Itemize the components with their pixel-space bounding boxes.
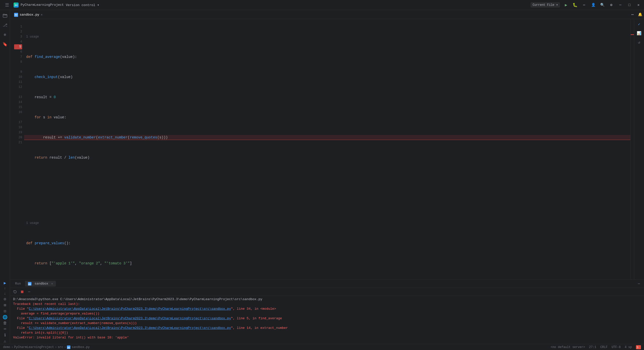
line-num-usage4 [14,115,22,120]
console-line-call1: average = find_average(prepare_values()) [13,311,641,316]
line-num-19: 19 [14,130,22,135]
status-position[interactable]: 27:1 [589,345,596,349]
sidebar-layers-icon[interactable]: ⊞ [1,303,10,308]
run-button[interactable]: ▶ [563,2,569,8]
line-num-6: 6 [14,49,22,54]
right-gutter [630,19,634,279]
more-options-icon[interactable]: ⋯ [581,2,587,8]
sidebar-item-plugins[interactable]: ⊕ [1,30,10,39]
status-indent[interactable]: 4 sp [625,345,632,349]
bottom-toolbar: ⋯ [10,288,644,296]
code-line-2: check_input(value) [24,75,630,80]
status-encoding[interactable]: UTF-8 [612,345,621,349]
code-line-10: return ["'apple 1'", "orange 2", "'tomat… [24,261,630,266]
breadcrumb-project[interactable]: PyCharmLearningProject [14,345,54,349]
sidebar-trash-icon[interactable]: 🗑 [1,321,10,326]
console-line-call2: result += validate_number(extract_number… [13,321,641,326]
line-num-10: 10 [14,75,22,80]
sandbox-tab-close-icon[interactable]: ✕ [51,282,53,285]
search-everywhere-icon[interactable]: 🔍 [599,2,605,8]
bottom-tabs: Run py sandbox ✕ ⋯ [10,280,644,288]
breadcrumb-demo[interactable]: demo [3,345,10,349]
console-output: D:\Anaconda3\python.exe C:\Users\Adminis… [10,296,644,350]
bottom-tab-run[interactable]: Run [12,281,24,287]
line-num-3: 3 [14,34,22,39]
sidebar-run-icon[interactable]: ▶ [1,281,10,286]
sidebar-terminal2-icon[interactable]: ⌨ [1,327,10,332]
sidebar-item-bookmarks[interactable]: 🔖 [1,40,10,49]
svg-text:S: S [637,346,638,349]
run-tab-label: Run [15,282,21,286]
traceback-link-1[interactable]: C:\Users\Administrator\AppData\Local\Jet… [29,307,231,311]
editor-tab-sandbox[interactable]: py sandbox.py ✕ [11,10,46,19]
line-num-14: 14 [14,100,22,105]
console-line-file2: File "C:\Users\Administrator\AppData\Loc… [13,316,641,321]
code-editor[interactable]: 1 usage def find_average(value): check_i… [24,19,630,279]
titlebar: ☰ PC PyCharmLearningProject Version cont… [0,0,644,10]
account-icon[interactable]: 👤 [590,2,596,8]
hamburger-menu-icon[interactable]: ☰ [3,1,12,10]
settings-icon[interactable]: ⚙ [608,2,614,8]
status-ime-area: S [636,345,641,349]
sidebar-settings-icon[interactable]: ⚙ [1,297,10,302]
code-line-3: result = 0 [24,95,630,100]
version-control-dropdown[interactable]: Version control ▾ [66,3,99,7]
current-file-dropdown[interactable]: Current File ▾ [531,2,560,8]
main-layout: ⎇ ⊕ 🔖 ⋯ py sandbox.py ✕ ⋯ 🔔 [0,10,644,350]
line-num-18: 18 [14,125,22,130]
line-num-4: 4 [14,39,22,44]
line-num-1: 1 [14,24,22,29]
line-num-2: 2 [14,29,22,34]
svg-rect-2 [3,14,7,17]
traceback-link-3[interactable]: C:\Users\Administrator\AppData\Local\Jet… [29,326,231,330]
more-run-options-icon[interactable]: ⋯ [26,289,32,295]
sandbox-tab-label: sandbox [34,282,48,286]
code-line-5: result += validate_number(extract_number… [24,135,630,140]
status-breadcrumb[interactable]: demo › PyCharmLearningProject › src › py… [3,345,90,349]
tab-close-icon[interactable]: ✕ [41,13,43,17]
sidebar-info-icon[interactable]: ℹ [1,333,10,338]
status-no-server[interactable]: <no default server> [551,345,585,349]
minimize-button[interactable]: ─ [617,2,623,8]
debug-button[interactable]: 🐛 [572,2,578,8]
console-line-file3: File "C:\Users\Administrator\AppData\Loc… [13,326,641,330]
right-panel-check-icon[interactable]: ✓ [635,20,643,28]
status-line-ending[interactable]: CRLF [600,345,608,349]
sidebar-down-icon[interactable]: ↓ [1,292,10,296]
sidebar-up-icon[interactable]: ↑ [1,287,10,291]
gutter-stripe [10,19,12,279]
notifications-icon[interactable]: 🔔 [637,12,643,18]
editor-main[interactable]: 1 2 3 4 5 6 7 8 9 10 11 12 13 14 15 [10,19,634,279]
sidebar-item-folder[interactable] [1,11,10,20]
console-line-call3: return int(s.split()[0]) [13,331,641,335]
close-button[interactable]: ✕ [635,2,641,8]
sidebar-stack-icon[interactable]: ⊡ [1,309,10,314]
sidebar-item-git[interactable]: ⎇ [1,21,10,30]
line-num-8: 8 [14,59,22,64]
breadcrumb-src[interactable]: src [58,345,63,349]
line-num-17: 17 [14,120,22,125]
maximize-button[interactable]: □ [626,2,632,8]
line-num-11: 11 [14,80,22,85]
right-panel-undo-icon[interactable]: ↺ [635,38,643,46]
line-num-13: 13 [14,95,22,100]
line-num-5: 5 [14,44,22,49]
bottom-panel-more-icon[interactable]: ⋯ [636,281,642,287]
sidebar-globe-icon[interactable]: 🌐 [1,315,10,320]
python-file-icon: py [14,13,18,17]
code-line-7 [24,175,630,180]
console-line-traceback: Traceback (most recent call last): [13,302,641,306]
breadcrumb-file[interactable]: sandbox.py [71,345,90,349]
bottom-tab-sandbox[interactable]: py sandbox ✕ [25,281,56,287]
bottom-panel: Run py sandbox ✕ ⋯ ⋯ [10,279,644,350]
bottom-sidebar: ▶ ↑ ↓ ⚙ ⊞ ⊡ 🌐 🗑 ⌨ ℹ ⚠ ⊕ [0,279,10,350]
sidebar-warn-icon[interactable]: ⚠ [1,339,10,344]
console-line-valueerror: ValueError: invalid literal for int() wi… [13,335,641,340]
tab-more-options-icon[interactable]: ⋯ [629,12,635,18]
rerun-button[interactable] [12,289,18,295]
stop-button[interactable] [19,289,25,295]
right-panel-chart-icon[interactable]: 📊 [635,29,643,37]
project-name-label[interactable]: PyCharmLearningProject [21,3,64,7]
traceback-link-2[interactable]: C:\Users\Administrator\AppData\Local\Jet… [29,317,231,320]
editor-container: py sandbox.py ✕ ⋯ 🔔 1 2 [10,10,644,350]
